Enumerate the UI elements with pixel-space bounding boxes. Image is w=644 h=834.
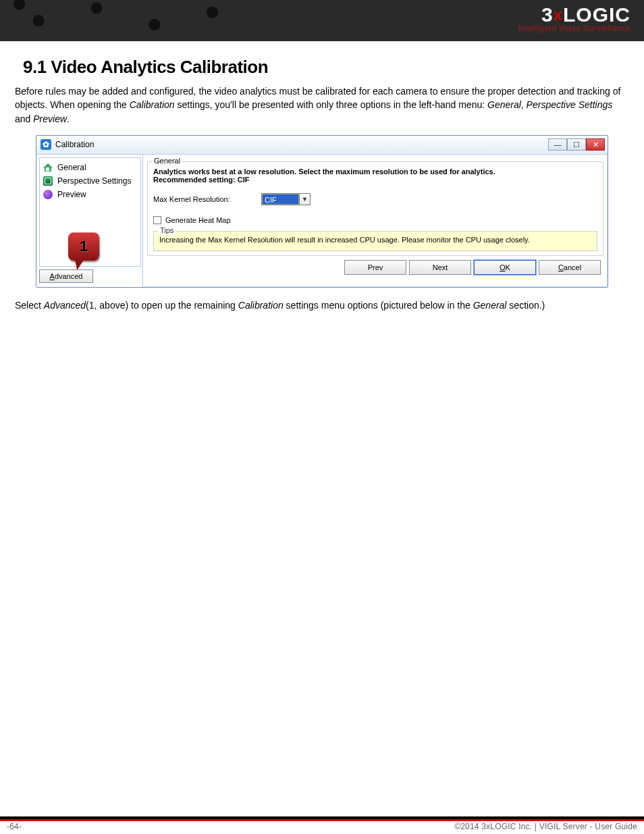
tree-label-perspective: Perspective Settings (57, 176, 131, 186)
intro-em-preview: Preview (33, 113, 67, 124)
prev-button[interactable]: Prev (344, 260, 406, 275)
maximize-icon: ☐ (573, 140, 580, 149)
after-text-1: Select (15, 300, 44, 311)
chevron-down-icon: ▼ (299, 194, 310, 205)
intro-text-2: settings, you'll be presented with only … (175, 99, 487, 110)
groupbox-title: General (152, 157, 182, 165)
advanced-button[interactable]: Advanced (39, 269, 93, 283)
combo-selected-value: CIF (262, 194, 299, 205)
intro-em-general: General (487, 99, 521, 110)
window-buttons: — ☐ ✕ (548, 138, 605, 151)
ok-button[interactable]: OK (474, 260, 536, 275)
intro-paragraph: Before rules may be added and configured… (15, 84, 629, 126)
brand-suffix: LOGIC (563, 3, 630, 26)
callout-marker-1: 1 (68, 232, 99, 261)
after-paragraph: Select Advanced(1, above) to open up the… (15, 298, 629, 312)
intro-em-perspective: Perspective Settings (527, 99, 613, 110)
prev-label: Prev (368, 263, 383, 271)
house-icon (43, 162, 53, 173)
next-label: Next (433, 263, 448, 271)
perspective-icon (43, 176, 53, 186)
callout-number: 1 (80, 238, 88, 255)
brand-logo: 3xLOGIC Intelligent Video Surveillance (518, 3, 631, 33)
heatmap-row: Generate Heat Map (153, 216, 597, 224)
maximize-button[interactable]: ☐ (567, 138, 586, 151)
settings-tree: General Perspective Settings Preview 1 (39, 157, 141, 267)
tree-label-preview: Preview (57, 190, 86, 199)
tips-title: Tips (158, 226, 176, 234)
minimize-button[interactable]: — (548, 138, 567, 151)
dialog-titlebar: ✿ Calibration — ☐ ✕ (36, 136, 608, 155)
after-em-general: General (473, 300, 507, 311)
max-kernel-label: Max Kernel Resolution: (153, 195, 254, 203)
cancel-button[interactable]: Cancel (539, 260, 601, 275)
brand-tagline: Intelligent Video Surveillance (518, 24, 631, 33)
document-footer: -64- ©2014 3xLOGIC Inc. | VIGIL Server -… (0, 816, 644, 834)
heatmap-label: Generate Heat Map (165, 216, 231, 224)
preview-icon (43, 189, 53, 200)
close-button[interactable]: ✕ (586, 138, 605, 151)
advanced-button-row: Advanced (39, 267, 141, 284)
tree-item-perspective[interactable]: Perspective Settings (41, 174, 139, 188)
section-heading: 9.1 Video Analytics Calibration (23, 57, 629, 78)
intro-em-calibration: Calibration (130, 99, 175, 110)
intro-text-3: , (521, 99, 527, 110)
group-instruction-2: Recommended setting: CIF (153, 176, 597, 184)
intro-text-4: and (15, 113, 33, 124)
after-em-advanced: Advanced (44, 300, 86, 311)
page-number: -64- (7, 822, 22, 831)
brand-wordmark: 3xLOGIC (518, 3, 631, 26)
dialog-button-row: Prev Next OK Cancel (147, 256, 603, 278)
brand-x: x (554, 5, 563, 24)
document-header: 3xLOGIC Intelligent Video Surveillance (0, 0, 644, 41)
minimize-icon: — (554, 140, 562, 149)
close-icon: ✕ (593, 140, 599, 149)
after-text-4: section.) (506, 300, 545, 311)
general-groupbox: General Analytics works best at a low re… (147, 161, 603, 256)
footer-text-row: -64- ©2014 3xLOGIC Inc. | VIGIL Server -… (0, 821, 644, 834)
max-kernel-combobox[interactable]: CIF ▼ (261, 193, 311, 205)
heatmap-checkbox[interactable] (153, 216, 161, 224)
tree-item-general[interactable]: General (41, 161, 139, 174)
dialog-body: General Perspective Settings Preview 1 A… (36, 155, 608, 287)
footer-divider (0, 816, 644, 821)
next-button[interactable]: Next (409, 260, 471, 275)
after-em-calibration: Calibration (238, 300, 284, 311)
max-kernel-row: Max Kernel Resolution: CIF ▼ (153, 193, 597, 205)
header-texture (0, 0, 386, 41)
brand-prefix: 3 (541, 3, 554, 26)
gear-icon: ✿ (43, 140, 49, 149)
dialog-main-pane: General Analytics works best at a low re… (143, 155, 608, 287)
tips-box: Tips Increasing the Max Kernel Resolutio… (153, 231, 597, 251)
intro-text-5: . (67, 113, 70, 124)
after-text-3: settings menu options (pictured below in… (284, 300, 473, 311)
dialog-title-icon: ✿ (41, 139, 51, 150)
dialog-sidebar: General Perspective Settings Preview 1 A… (36, 155, 143, 287)
tips-text: Increasing the Max Kernel Resolution wil… (159, 236, 591, 244)
tree-label-general: General (57, 163, 86, 172)
copyright-text: ©2014 3xLOGIC Inc. | VIGIL Server - User… (454, 822, 637, 831)
calibration-dialog-screenshot: ✿ Calibration — ☐ ✕ General Perspective … (36, 135, 608, 288)
after-text-2: (1, above) to open up the remaining (86, 300, 238, 311)
dialog-title: Calibration (55, 140, 548, 149)
tree-item-preview[interactable]: Preview (41, 188, 139, 201)
group-instruction-1: Analytics works best at a low resolution… (153, 167, 597, 176)
page-content: 9.1 Video Analytics Calibration Before r… (0, 41, 644, 312)
